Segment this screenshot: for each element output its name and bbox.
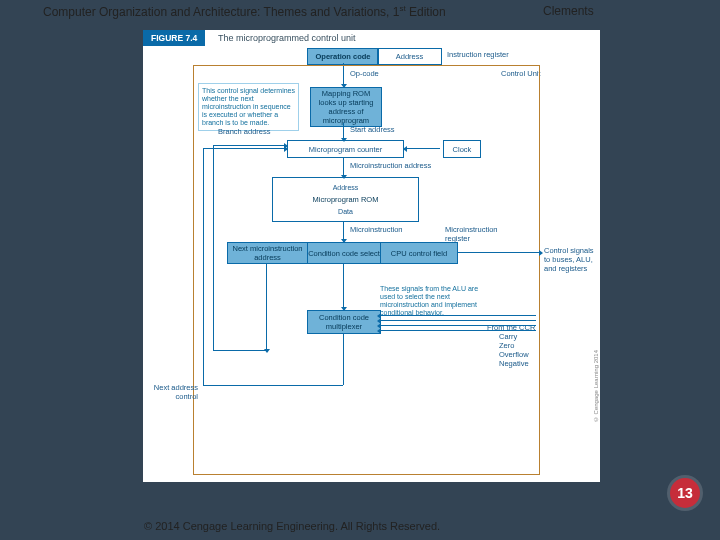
- arrow-cc-down: [343, 263, 344, 308]
- zero-label: Zero: [499, 341, 514, 350]
- address-field: Address: [377, 48, 442, 65]
- arrow-clock: [406, 148, 440, 149]
- arrow-carry: [380, 315, 536, 316]
- arrow-loop-up: [203, 148, 204, 385]
- page-number-badge: 13: [670, 478, 700, 508]
- footer-copyright: © 2014 Cengage Learning Engineering. All…: [144, 520, 440, 532]
- arrow-overflow: [380, 325, 536, 326]
- mi-register-label: Microinstruction register: [445, 225, 505, 243]
- rom-label: Microprogram ROM: [313, 195, 379, 204]
- next-address-control-label: Next address control: [148, 383, 198, 401]
- arrow-zero: [380, 320, 536, 321]
- condition-code-multiplexer: Condition code multiplexer: [307, 310, 381, 334]
- arrow-negative: [380, 330, 536, 331]
- control-signals-label: Control signals to buses, ALU, and regis…: [544, 246, 596, 273]
- copyright-vertical: © Cengage Learning 2014: [593, 350, 599, 422]
- microprogram-rom: Address Microprogram ROM Data: [272, 177, 419, 222]
- arrow-ctrl-out: [457, 252, 540, 253]
- carry-label: Carry: [499, 332, 517, 341]
- arrow-loop-to-mpc: [203, 148, 285, 149]
- arrow-maprom-down: [343, 123, 344, 139]
- next-mi-address-field: Next microinstruction address: [227, 242, 308, 264]
- annotation-alu-signals: These signals from the ALU are used to s…: [380, 285, 482, 317]
- clock-box: Clock: [443, 140, 481, 158]
- rom-address-port: Address: [333, 184, 359, 191]
- start-address-label: Start address: [350, 125, 395, 134]
- branch-vline: [213, 145, 214, 350]
- arrow-mux-left: [203, 385, 343, 386]
- negative-label: Negative: [499, 359, 529, 368]
- figure-7-4: FIGURE 7.4 The microprogrammed control u…: [143, 30, 600, 482]
- mapping-rom: Mapping ROM looks up starting address of…: [310, 87, 382, 127]
- author: Clements: [543, 4, 594, 18]
- book-title: Computer Organization and Architecture: …: [43, 4, 446, 19]
- branch-address-label: Branch address: [218, 127, 271, 136]
- overflow-label: Overflow: [499, 350, 529, 359]
- microprogram-counter: Microprogram counter: [287, 140, 404, 158]
- arrow-next-down1: [266, 263, 267, 350]
- cpu-control-field: CPU control field: [380, 242, 458, 264]
- figure-caption: The microprogrammed control unit: [218, 33, 356, 43]
- rom-data-port: Data: [338, 208, 353, 215]
- arrow-next-join: [213, 350, 266, 351]
- arrow-rom-down: [343, 221, 344, 240]
- annotation-control-signal: This control signal determines whether t…: [198, 83, 299, 131]
- branch-to-mpc: [213, 145, 285, 146]
- arrow-mux-down: [343, 333, 344, 385]
- figure-label: FIGURE 7.4: [143, 30, 205, 46]
- condition-code-select-field: Condition code select: [307, 242, 381, 264]
- microinstruction-label: Microinstruction: [350, 225, 403, 234]
- mi-address-label: Microinstruction address: [350, 161, 431, 170]
- arrow-mpc-down: [343, 157, 344, 176]
- ir-label: Instruction register: [447, 50, 509, 59]
